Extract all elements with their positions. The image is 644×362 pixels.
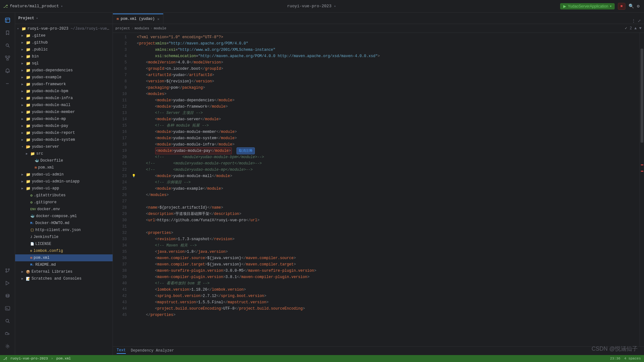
tree-item[interactable]: {} http-client.env.json — [15, 227, 113, 234]
tree-item[interactable]: ⚙ .gitignore — [15, 199, 113, 206]
tree-item[interactable]: J Jenkinsfile — [15, 234, 113, 240]
top-bar-left: ⎇ feature/mall_product ▾ — [0, 4, 63, 9]
tree-item[interactable]: ▶ 📁 yudao-ui-admin-uniapp — [15, 178, 113, 185]
tree-item[interactable]: ▶ 📁 .gitee — [15, 32, 113, 39]
structure-icon[interactable] — [2, 52, 13, 64]
code-line: <lombok.version>1.18.26</lombok.version> — [129, 287, 640, 293]
svg-rect-7 — [7, 59, 9, 60]
scroll-track[interactable] — [640, 33, 644, 346]
tree-root[interactable]: ▾ 📁 ruoyi-vue-pro-2023 ~/Java/ruoyi-vue-… — [15, 25, 113, 32]
svg-marker-16 — [6, 281, 9, 285]
code-line: <!-- 各种 module 拓展 --> — [129, 122, 640, 129]
tree-item[interactable]: ▶ 📁 yudao-module-mall — [15, 102, 113, 109]
tree-item[interactable]: ▶ 📁 yudao-ui-admin — [15, 171, 113, 178]
find-icon[interactable] — [2, 40, 13, 51]
tree-item[interactable]: ▶ 📁 yudao-ui-app — [15, 185, 113, 192]
tree-item[interactable]: M↓ Docker-HOWTO.md — [15, 220, 113, 227]
svg-rect-5 — [5, 56, 7, 57]
tree-item[interactable]: 🐳 Dockerfile — [15, 157, 113, 164]
code-editor[interactable]: 1 2 3 4 5 6 7 8 9 10 11 12 13 14 15 16 1… — [113, 33, 644, 346]
editor-tab-pom[interactable]: m pom.xml (yudao) ✕ — [113, 14, 163, 24]
svg-line-4 — [8, 46, 9, 47]
breadcrumb-project[interactable]: project — [115, 27, 130, 30]
project-tree[interactable]: ▾ 📁 ruoyi-vue-pro-2023 ~/Java/ruoyi-vue-… — [15, 24, 113, 355]
code-line: <description>芋道项目基础脚手架</description> — [129, 211, 640, 217]
tree-item[interactable]: ▶ 📁 src — [15, 150, 113, 157]
tree-item[interactable]: ▶ 📁 .github — [15, 39, 113, 46]
code-line: <!-- 看看咋放到 bom 里 --> — [129, 280, 640, 287]
bookmarks-icon[interactable] — [2, 27, 13, 39]
tree-item[interactable]: 🐳 docker-compose.yml — [15, 213, 113, 220]
tab-options-icon[interactable]: ⋮ — [631, 18, 636, 24]
bottom-tab-dep-analyzer[interactable]: Dependency Analyzer — [131, 348, 174, 353]
tree-item[interactable]: ⚙ .gitattributes — [15, 192, 113, 199]
project-view-icon[interactable] — [2, 15, 13, 26]
code-line: <mapstruct.version>1.5.5.Final</mapstruc… — [129, 299, 640, 306]
tree-item[interactable]: M↓ README.md — [15, 261, 113, 268]
tree-item[interactable]: ▶ 📁 yudao-module-system — [15, 136, 113, 143]
status-spaces[interactable]: 4 spaces — [624, 357, 641, 360]
terminal-icon[interactable] — [2, 303, 13, 314]
tree-item[interactable]: ▶ 📁 yudao-module-report — [15, 129, 113, 136]
notification-icon[interactable] — [2, 65, 13, 76]
bottom-tab-text[interactable]: Text — [117, 348, 126, 354]
code-line: <module>yudao-framework</module> — [129, 104, 640, 110]
status-time: 23:36 — [610, 357, 620, 360]
expand-down-icon[interactable]: ▼ — [639, 26, 641, 31]
tree-external-libs[interactable]: ▶ 📦 External Libraries — [15, 268, 113, 275]
code-content[interactable]: <?xml version="1.0" encoding="UTF-8"?> <… — [129, 33, 640, 346]
tree-item[interactable]: ▶ 📁 yudao-module-bpm — [15, 88, 113, 95]
settings-icon[interactable]: ⚙ — [637, 3, 640, 9]
tree-item[interactable]: ▶ 📁 yudao-example — [15, 74, 113, 81]
status-branch[interactable]: ruoyi-vue-pro-2023 — [10, 357, 48, 360]
settings-panel-icon[interactable] — [2, 341, 13, 352]
project-chevron: ▾ — [36, 16, 38, 20]
tree-item[interactable]: ENV docker.env — [15, 206, 113, 213]
expand-up-icon[interactable]: ▲ — [635, 26, 637, 31]
code-line: <version>${revision}</version> — [129, 78, 640, 85]
tree-item-pom-selected[interactable]: m pom.xml — [15, 254, 113, 261]
tree-item[interactable]: ▶ 📁 bin — [15, 53, 113, 60]
tree-item[interactable]: ▶ 📁 yudao-dependencies — [15, 67, 113, 74]
more-tools-icon[interactable]: ⋯ — [2, 78, 13, 89]
tree-item[interactable]: m pom.xml — [15, 164, 113, 171]
run-panel-icon[interactable] — [2, 277, 13, 289]
tree-scratches[interactable]: ▶ 📝 Scratches and Consoles — [15, 275, 113, 282]
breadcrumb-modules[interactable]: modules — [135, 27, 149, 30]
plugins-icon[interactable] — [2, 328, 13, 339]
tree-item[interactable]: ▶ 📁 yudao-module-pay — [15, 122, 113, 129]
scroll-thumb[interactable] — [641, 49, 643, 143]
tree-item[interactable]: ▶ 📁 .public — [15, 46, 113, 53]
branch-chevron: ▾ — [61, 4, 63, 8]
code-line: <maven.compiler.source>${java.version}</… — [129, 255, 640, 261]
bottom-tabs: Text Dependency Analyzer — [113, 346, 644, 355]
tree-item[interactable]: ▶ 📁 yudao-module-infra — [15, 95, 113, 102]
tree-item[interactable]: 📄 LICENSE — [15, 240, 113, 247]
database-icon[interactable] — [2, 290, 13, 301]
stop-button[interactable]: ■ — [618, 3, 625, 10]
tab-xml-icon: m — [117, 17, 119, 21]
tree-item[interactable]: ▶ 📁 yudao-framework — [15, 81, 113, 88]
tree-item[interactable]: ⚙ lombok.config — [15, 247, 113, 254]
code-line: <groupId>cn.iocoder.boot</groupId> — [129, 66, 640, 72]
tab-close-icon[interactable]: ✕ — [157, 17, 160, 21]
breadcrumb-module[interactable]: module — [154, 27, 167, 30]
run-chevron: ▾ — [610, 4, 612, 8]
svg-point-17 — [6, 294, 9, 295]
search-icon[interactable]: 🔍 — [629, 3, 634, 9]
run-button[interactable]: ▶ YudaoServerApplication ▾ — [560, 3, 614, 9]
tab-expand-icon[interactable]: ⤢ — [638, 19, 641, 23]
search-panel-icon[interactable] — [2, 315, 13, 327]
git-icon[interactable] — [2, 265, 13, 276]
project-label: Project — [18, 16, 34, 21]
tree-item[interactable]: ▶ 📁 sql — [15, 60, 113, 67]
code-line: <module>yudao-module-infra</module> — [129, 141, 640, 148]
icon-sidebar-bottom — [2, 265, 13, 355]
code-line: <url>https://github.com/YunaiV/ruoyi-vue… — [129, 217, 640, 223]
tree-item[interactable]: ▶ 📁 yudao-module-member — [15, 109, 113, 116]
branch-name[interactable]: feature/mall_product — [10, 4, 59, 9]
project-header: Project ▾ — [15, 13, 113, 24]
code-line: <spring.boot.version>2.7.12</spring.boot… — [129, 293, 640, 299]
tree-item[interactable]: ▶ 📁 yudao-module-mp — [15, 116, 113, 122]
tree-item[interactable]: ▾ 📂 yudao-server — [15, 143, 113, 150]
